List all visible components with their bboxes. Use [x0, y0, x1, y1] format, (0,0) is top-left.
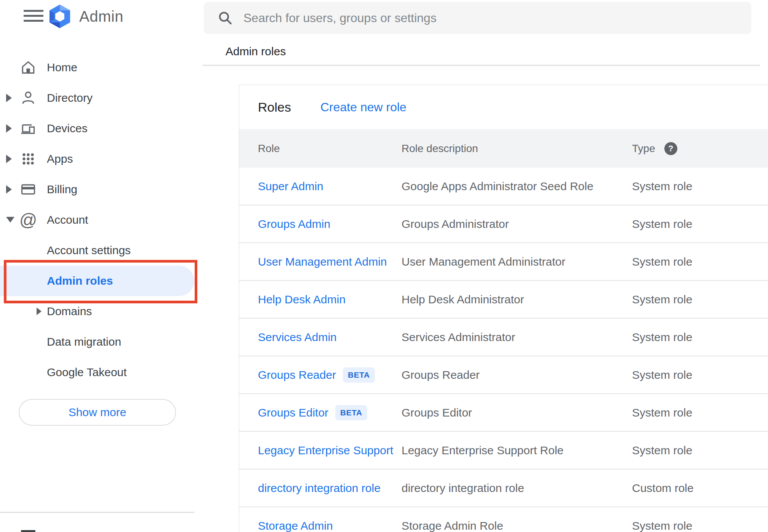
- search-placeholder: Search for users, groups or settings: [243, 11, 437, 25]
- role-description: directory integration role: [402, 482, 524, 495]
- sidebar-label-devices: Devices: [47, 122, 88, 135]
- roles-table-body: Super Admin Google Apps Administrator Se…: [239, 168, 768, 532]
- roles-card: Roles Create new role Role Role descript…: [239, 85, 768, 532]
- role-type: System role: [632, 293, 692, 306]
- roles-title: Roles: [258, 100, 291, 115]
- table-row: Super Admin Google Apps Administrator Se…: [239, 168, 768, 205]
- table-row: Help Desk Admin Help Desk Administrator …: [239, 281, 768, 319]
- role-description: Services Administrator: [402, 331, 515, 344]
- breadcrumb: Admin roles: [226, 45, 286, 58]
- apps-grid-icon: [19, 150, 37, 168]
- role-type: System role: [632, 369, 692, 381]
- role-description: Google Apps Administrator Seed Role: [402, 180, 594, 193]
- admin-hexagon-logo-icon: [47, 4, 72, 29]
- role-link[interactable]: Groups Editor: [258, 406, 328, 419]
- at-sign-icon: @: [19, 211, 37, 229]
- role-type: System role: [632, 331, 692, 344]
- role-type: System role: [632, 444, 692, 457]
- role-type: System role: [632, 255, 692, 268]
- sidebar-item-admin-roles[interactable]: Admin roles: [0, 266, 194, 296]
- show-more-button[interactable]: Show more: [19, 399, 176, 426]
- table-row: directory integration role directory int…: [239, 470, 768, 507]
- role-link[interactable]: Help Desk Admin: [258, 293, 346, 306]
- role-link[interactable]: Super Admin: [258, 180, 323, 193]
- role-description: Groups Administrator: [402, 218, 509, 231]
- sidebar-item-domains[interactable]: Domains: [0, 296, 203, 327]
- table-row: Storage Admin Storage Admin Role System …: [239, 507, 768, 532]
- sidebar-label-apps: Apps: [47, 152, 73, 165]
- table-row: Legacy Enterprise Support Legacy Enterpr…: [239, 432, 768, 470]
- sidebar-label-directory: Directory: [47, 91, 93, 104]
- role-description: Groups Reader: [402, 369, 480, 381]
- sidebar-bottom-divider: [0, 512, 194, 513]
- role-type: System role: [632, 218, 692, 231]
- role-link[interactable]: Services Admin: [258, 331, 337, 344]
- sidebar-label-google-takeout: Google Takeout: [47, 366, 127, 379]
- sidebar-label-home: Home: [47, 61, 77, 74]
- roles-card-header: Roles Create new role: [239, 85, 768, 129]
- search-icon: [218, 10, 233, 26]
- role-link[interactable]: User Management Admin: [258, 255, 387, 268]
- person-icon: [19, 89, 37, 107]
- role-description: Storage Admin Role: [402, 519, 503, 532]
- sidebar-label-data-migration: Data migration: [47, 335, 121, 348]
- role-description: User Management Administrator: [402, 255, 565, 268]
- role-type: Custom role: [632, 482, 694, 495]
- expand-right-icon[interactable]: [6, 124, 12, 133]
- table-row: Groups Reader BETA Groups Reader System …: [239, 356, 768, 394]
- devices-icon: [19, 119, 37, 138]
- role-link[interactable]: Legacy Enterprise Support: [258, 444, 393, 457]
- sidebar-item-data-migration[interactable]: Data migration: [0, 327, 203, 357]
- clipped-bottom-icon: [21, 530, 35, 532]
- help-icon[interactable]: ?: [664, 142, 677, 155]
- sidebar-item-home[interactable]: Home: [0, 52, 203, 83]
- sidebar-item-google-takeout[interactable]: Google Takeout: [0, 357, 203, 388]
- table-row: User Management Admin User Management Ad…: [239, 243, 768, 281]
- sidebar-item-directory[interactable]: Directory: [0, 83, 203, 113]
- role-link[interactable]: Groups Reader: [258, 369, 336, 381]
- expand-right-icon[interactable]: [37, 308, 42, 315]
- menu-hamburger-icon[interactable]: [20, 8, 47, 24]
- expand-right-icon[interactable]: [6, 185, 12, 194]
- sidebar-item-apps[interactable]: Apps: [0, 144, 203, 174]
- expand-right-icon[interactable]: [6, 94, 12, 102]
- sidebar-label-admin-roles: Admin roles: [47, 274, 113, 287]
- table-row: Services Admin Services Administrator Sy…: [239, 319, 768, 356]
- sidebar-item-devices[interactable]: Devices: [0, 113, 203, 144]
- table-header-row: Role Role description Type ?: [239, 129, 768, 168]
- role-link[interactable]: directory integration role: [258, 482, 381, 495]
- collapse-down-icon[interactable]: [6, 217, 14, 223]
- sidebar-item-account-settings[interactable]: Account settings: [0, 235, 203, 266]
- role-type: System role: [632, 519, 692, 532]
- column-header-type: Type: [632, 143, 655, 155]
- search-input[interactable]: Search for users, groups or settings: [204, 2, 751, 34]
- sidebar-label-account-settings: Account settings: [47, 244, 131, 257]
- role-link[interactable]: Storage Admin: [258, 519, 333, 532]
- header-divider: [203, 65, 760, 66]
- create-new-role-link[interactable]: Create new role: [320, 100, 406, 114]
- sidebar-item-account[interactable]: @ Account: [0, 205, 203, 235]
- product-name: Admin: [79, 8, 123, 25]
- credit-card-icon: [19, 180, 37, 199]
- table-row: Groups Admin Groups Administrator System…: [239, 205, 768, 243]
- role-type: System role: [632, 180, 692, 193]
- role-description: Legacy Enterprise Support Role: [402, 444, 563, 457]
- column-header-role: Role: [258, 143, 280, 155]
- expand-right-icon[interactable]: [6, 155, 12, 163]
- role-link[interactable]: Groups Admin: [258, 218, 330, 231]
- role-description: Groups Editor: [402, 406, 472, 419]
- role-description: Help Desk Administrator: [402, 293, 524, 306]
- sidebar-label-account: Account: [47, 213, 88, 226]
- table-row: Groups Editor BETA Groups Editor System …: [239, 394, 768, 432]
- beta-badge: BETA: [343, 367, 375, 383]
- beta-badge: BETA: [335, 405, 367, 420]
- sidebar-label-domains: Domains: [47, 305, 92, 318]
- sidebar-label-billing: Billing: [47, 183, 77, 196]
- sidebar-item-billing[interactable]: Billing: [0, 174, 203, 205]
- admin-logo: Admin: [47, 4, 123, 29]
- home-icon: [19, 58, 37, 77]
- admin-console-screen: Admin Search for users, groups or settin…: [0, 0, 768, 532]
- role-type: System role: [632, 406, 692, 419]
- column-header-role-description: Role description: [402, 143, 478, 155]
